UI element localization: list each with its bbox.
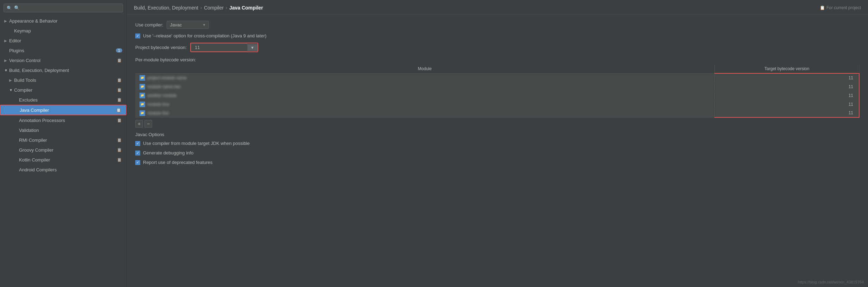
release-option-checkbox[interactable]	[135, 33, 140, 38]
sidebar-item-editor[interactable]: ▶ Editor	[0, 36, 126, 45]
javac-options-title: Javac Options	[135, 132, 860, 137]
sidebar-item-label: Groovy Compiler	[19, 147, 114, 153]
module-cell: 📁 module five	[135, 109, 714, 117]
settings-panel: Use compiler: Javac ▼ Use '--release' op…	[127, 14, 868, 287]
search-box[interactable]: 🔍	[4, 4, 123, 12]
for-project-label: 📋 For current project	[820, 5, 861, 10]
expand-arrow: ▶	[4, 39, 9, 43]
breadcrumb: Build, Execution, Deployment › Compiler …	[127, 0, 868, 14]
sidebar-item-label: Build Tools	[14, 78, 114, 83]
javac-option-1-checkbox[interactable]	[135, 141, 140, 146]
javac-option-2-label: Generate debugging info	[143, 150, 193, 155]
sidebar-item-plugins[interactable]: Plugins 1	[0, 45, 126, 55]
groovy-icon: 📋	[117, 147, 122, 153]
module-folder-icon: 📁	[140, 93, 145, 98]
sidebar-item-version-control[interactable]: ▶ Version Control 📋	[0, 55, 126, 65]
rmi-icon: 📋	[117, 137, 122, 143]
version-control-icon: 📋	[117, 57, 122, 63]
add-module-button[interactable]: +	[135, 120, 143, 128]
javac-options-section: Javac Options Use compiler from module t…	[135, 132, 860, 165]
sidebar-item-build-tools[interactable]: ▶ Build Tools 📋	[0, 75, 126, 85]
sidebar-item-label: Editor	[9, 38, 122, 43]
sidebar-item-appearance[interactable]: ▶ Appearance & Behavior	[0, 16, 126, 26]
javac-option-2-checkbox[interactable]	[135, 151, 140, 155]
javac-option-1-label: Use compiler from module target JDK when…	[143, 141, 250, 146]
table-row: 📁 module five 11	[135, 109, 859, 117]
sidebar-item-label: Plugins	[9, 48, 114, 53]
module-cell: 📁 project module name	[135, 73, 714, 82]
javac-option-3-row: Report use of deprecated features	[135, 160, 860, 165]
sidebar-item-label: RMI Compiler	[19, 138, 114, 143]
breadcrumb-sep1: ›	[200, 5, 202, 10]
expand-arrow: ▶	[4, 59, 9, 62]
dropdown-arrow-icon: ▼	[203, 23, 206, 27]
module-folder-icon: 📁	[140, 75, 145, 81]
bytecode-dropdown-button[interactable]: ▼	[247, 44, 258, 51]
version-cell: 11	[714, 73, 859, 82]
sidebar-item-label: Build, Execution, Deployment	[9, 68, 122, 73]
search-icon: 🔍	[7, 6, 12, 11]
sidebar-item-annotation-processors[interactable]: Annotation Processors 📋	[0, 115, 126, 125]
module-folder-icon: 📁	[140, 102, 145, 107]
sidebar-item-excludes[interactable]: Excludes 📋	[0, 95, 126, 105]
sidebar-item-groovy-compiler[interactable]: Groovy Compiler 📋	[0, 145, 126, 155]
javac-option-3-label: Report use of deprecated features	[143, 160, 212, 165]
table-row: 📁 project module name 11	[135, 73, 859, 82]
bytecode-version-label: Project bytecode version:	[135, 45, 187, 50]
table-buttons: + −	[135, 120, 860, 128]
sidebar-item-label: Android Compilers	[19, 167, 122, 172]
excludes-icon: 📋	[117, 97, 122, 103]
table-row: 📁 module name two 11	[135, 82, 859, 91]
search-input[interactable]	[14, 5, 120, 11]
for-project-text: For current project	[826, 5, 861, 10]
bytecode-dropdown-arrow-icon: ▼	[250, 45, 254, 50]
sidebar-item-label: Kotlin Compiler	[19, 157, 114, 163]
sidebar-item-compiler[interactable]: ▼ Compiler 📋	[0, 85, 126, 95]
bytecode-version-input[interactable]	[191, 43, 247, 51]
plugins-badge: 1	[116, 48, 122, 53]
sidebar-item-build-exec-deploy[interactable]: ▼ Build, Execution, Deployment	[0, 65, 126, 75]
sidebar-item-label: Version Control	[9, 58, 114, 63]
sidebar-item-label: Compiler	[14, 87, 114, 93]
sidebar-item-keymap[interactable]: Keymap	[0, 26, 126, 36]
remove-module-button[interactable]: −	[144, 120, 152, 128]
sidebar-item-label: Appearance & Behavior	[9, 18, 122, 24]
version-cell: 11	[714, 91, 859, 100]
javac-option-1-row: Use compiler from module target JDK when…	[135, 141, 860, 146]
module-cell: 📁 module name two	[135, 82, 714, 91]
compiler-select[interactable]: Javac ▼	[167, 21, 209, 29]
kotlin-icon: 📋	[117, 157, 122, 163]
sidebar-item-android-compilers[interactable]: Android Compilers	[0, 165, 126, 175]
table-row: 📁 module four 11	[135, 100, 859, 109]
sidebar-item-validation[interactable]: Validation	[0, 125, 126, 135]
bytecode-version-row: Project bytecode version: ▼	[135, 43, 860, 52]
watermark: https://blog.csdn.net/weixin_43819764	[798, 280, 864, 284]
main-content: Build, Execution, Deployment › Compiler …	[127, 0, 868, 287]
expand-arrow: ▶	[4, 19, 9, 23]
expand-arrow: ▼	[9, 88, 14, 92]
breadcrumb-part1: Build, Execution, Deployment	[134, 5, 198, 11]
javac-option-3-checkbox[interactable]	[135, 160, 140, 165]
module-col-header: Module	[135, 65, 714, 73]
annotation-icon: 📋	[117, 117, 122, 123]
expand-arrow: ▼	[4, 68, 9, 72]
module-name: module name two	[147, 84, 181, 89]
module-name: project module name	[147, 75, 187, 80]
sidebar-item-label: Keymap	[14, 28, 122, 33]
sidebar-item-rmi-compiler[interactable]: RMI Compiler 📋	[0, 135, 126, 145]
module-name: another module	[147, 93, 176, 98]
use-compiler-row: Use compiler: Javac ▼	[135, 21, 860, 29]
build-tools-icon: 📋	[117, 77, 122, 83]
version-cell: 11	[714, 82, 859, 91]
version-cell: 11	[714, 109, 859, 117]
compiler-value: Javac	[170, 22, 182, 28]
sidebar-item-kotlin-compiler[interactable]: Kotlin Compiler 📋	[0, 155, 126, 165]
sidebar-item-label: Validation	[19, 128, 122, 133]
sidebar-items: ▶ Appearance & Behavior Keymap ▶ Editor …	[0, 16, 126, 287]
module-cell: 📁 module four	[135, 100, 714, 109]
module-table: Module Target bytecode version 📁 project…	[135, 65, 860, 118]
version-col-header: Target bytecode version	[714, 65, 859, 73]
bytecode-version-input-wrap: ▼	[190, 43, 258, 52]
sidebar-item-java-compiler[interactable]: Java Compiler 📋	[0, 105, 126, 115]
per-module-section: Per-module bytecode version: Module Targ…	[135, 57, 860, 128]
